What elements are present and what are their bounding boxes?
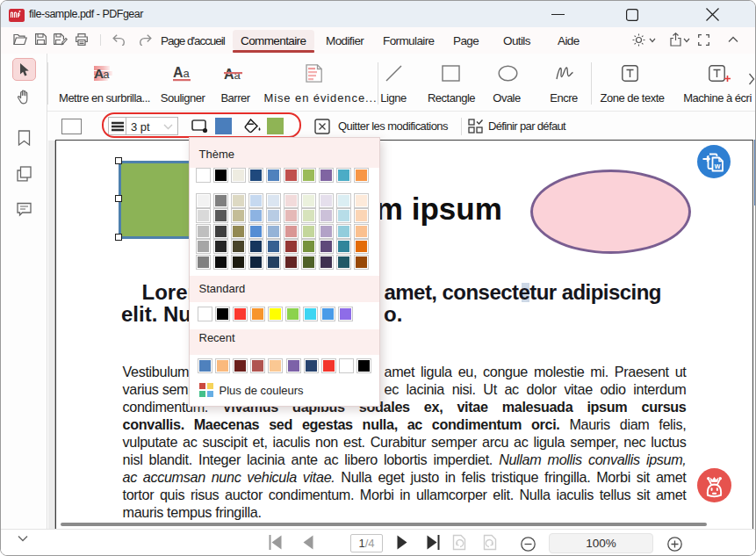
svg-text:a: a xyxy=(104,69,110,81)
svg-text:a: a xyxy=(184,67,191,80)
svg-text:w: w xyxy=(714,162,721,170)
svg-text:a: a xyxy=(234,69,241,82)
svg-text:A: A xyxy=(173,65,184,80)
